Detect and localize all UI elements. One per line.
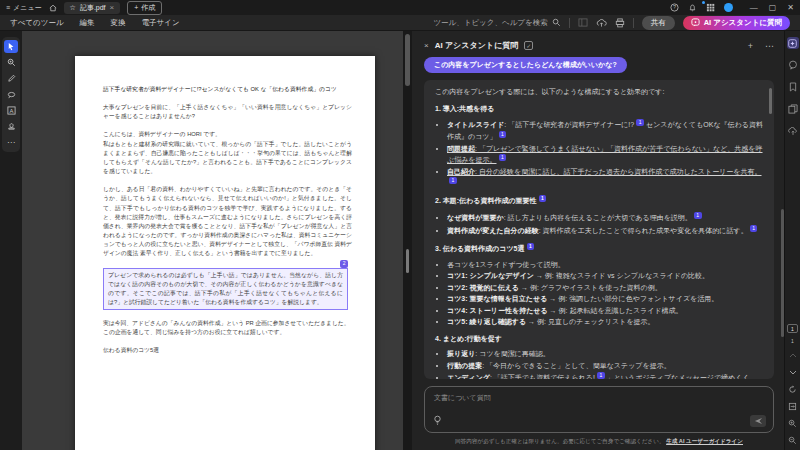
bookmarks-icon[interactable] (787, 81, 799, 93)
app-toolbar: すべてのツール編集変換電子サイン ツール、トピック、ヘルプを検索 共有 AI ア… (0, 15, 800, 31)
zoom-out-icon[interactable] (787, 434, 799, 446)
ai-guidelines-link[interactable]: 生成 AI ユーザーガイドライン (666, 438, 743, 444)
avatar[interactable] (724, 3, 733, 12)
home-icon[interactable] (49, 4, 57, 12)
select-tool[interactable] (4, 40, 18, 53)
search-icon (552, 18, 561, 27)
panel-resize-handle[interactable] (406, 249, 409, 273)
zoom-in-icon[interactable] (787, 417, 799, 429)
response-bullet: 各コツを1スライドずつ使って説明。 (447, 260, 763, 271)
next-page-icon[interactable] (787, 366, 799, 378)
svg-text:?: ? (673, 4, 676, 10)
annotation-badge[interactable]: 2 (340, 260, 348, 268)
toolbar-menu-item-0[interactable]: すべてのツール (10, 18, 64, 28)
star-icon[interactable]: ☆ (70, 4, 76, 12)
minimize-icon[interactable]: — (750, 3, 758, 12)
highlighted-paragraph[interactable]: プレゼンで求められるのは必ずしも「上手い話」ではありません。当然ながら、話し方で… (103, 268, 348, 311)
suggestions-bulb-icon[interactable] (433, 415, 442, 426)
response-bullet: 問題提起: 「プレゼンで緊張してうまく話せない」「資料作成が苦手で伝わらない」な… (447, 144, 763, 166)
response-scrollbar-thumb[interactable] (769, 88, 772, 114)
lasso-tool[interactable] (4, 88, 18, 101)
send-button[interactable] (750, 415, 766, 427)
share-button[interactable]: 共有 (642, 16, 675, 30)
citation-badge[interactable]: 1 (499, 154, 507, 161)
document-scrollbar-thumb[interactable] (405, 34, 410, 86)
add-text-tool[interactable]: A (4, 104, 18, 117)
panel-layout-icon[interactable] (578, 18, 588, 27)
plus-icon: + (134, 4, 138, 11)
left-tool-rail: A ⋯ (0, 31, 22, 450)
response-section-heading-1: 1. 導入:共感を得る (435, 104, 763, 115)
page-thumbnails-icon[interactable] (787, 103, 799, 115)
response-section-heading-2: 2. 本題:伝わる資料作成の重要性1 (435, 195, 763, 207)
response-bullet-list: 各コツを1スライドずつ使って説明。コツ1: シンプルなデザイン → 例: 複雑な… (435, 260, 763, 328)
beta-badge-icon: ✓ (524, 41, 533, 50)
document-title: 話下手な研究者が資料デザイナーに!?センスがなくても OK な「伝わる資料作成」… (103, 85, 352, 94)
menu-label: メニュー (13, 3, 42, 13)
page-number-field[interactable]: 1 (787, 324, 798, 333)
hamburger-icon: ≡ (6, 4, 10, 11)
panel-overflow-icon[interactable]: ⋯ (765, 41, 774, 51)
comments-icon[interactable] (787, 59, 799, 71)
divider (633, 18, 634, 28)
document-viewport[interactable]: 話下手な研究者が資料デザイナーに!?センスがなくても OK な「伝わる資料作成」… (22, 31, 412, 450)
pencil-annotate-tool[interactable] (4, 72, 18, 85)
ai-assistant-panel: × AI アシスタントに質問 ✓ + ⋯ この内容をプレゼンするとしたらどんな構… (412, 31, 784, 450)
ai-disclaimer: 回答内容が必ずしも正確とは限りません。必要に応じてご自身でご確認ください。 生成… (424, 438, 774, 446)
document-scrollbar[interactable] (403, 31, 412, 450)
toolbar-menu-item-3[interactable]: 電子サイン (142, 18, 180, 28)
citation-badge[interactable]: 1 (750, 225, 758, 232)
ai-assistant-button[interactable]: AI アシスタントに質問 (683, 16, 790, 30)
response-bullet: 振り返り: コツを簡潔に再確認。 (447, 349, 763, 360)
panel-scrollbar-thumb[interactable] (781, 209, 784, 337)
bell-icon[interactable] (688, 3, 697, 12)
citation-badge[interactable]: 1 (449, 177, 457, 184)
notification-dot (702, 1, 705, 4)
refresh-icon[interactable] (787, 383, 799, 395)
tab-close-icon[interactable]: × (110, 3, 115, 12)
menu-button[interactable]: ≡ メニュー (6, 3, 42, 13)
document-paragraph: しかし、ある日「君の資料、わかりやすくていいね」と先輩に言われたのです。そのとき… (103, 185, 352, 258)
citation-badge[interactable]: 1 (499, 131, 507, 138)
response-bullet: コツ3: 重要な情報を目立たせる → 例: 強調したい部分に色やフォントサイズを… (447, 294, 763, 305)
zoom-tool[interactable] (4, 56, 18, 69)
print-icon[interactable] (615, 18, 625, 28)
right-tool-rail: 1 1 (784, 31, 800, 450)
response-intro: この内容をプレゼンする際には、以下のような構成にすると効果的です: (435, 87, 763, 98)
citation-badge[interactable]: 1 (527, 243, 535, 250)
response-bullet: コツ4: ストーリー性を持たせる → 例: 起承転結を意識したスライド構成。 (447, 306, 763, 317)
apps-grid-icon[interactable] (706, 3, 715, 12)
close-panel-icon[interactable]: × (424, 41, 429, 50)
response-bullet-list: なぜ資料が重要か: 話し方よりも内容を伝えることが大切である理由を説明。1資料作… (435, 212, 763, 237)
citation-badge[interactable]: 1 (539, 195, 547, 202)
chat-input[interactable]: 文書について質問 (424, 386, 774, 433)
previous-page-icon[interactable] (787, 349, 799, 361)
assistant-response-card: この内容をプレゼンする際には、以下のような構成にすると効果的です: 1. 導入:… (424, 80, 774, 379)
response-bullet: コツ1: シンプルなデザイン → 例: 複雑なスライド vs シンプルなスライド… (447, 271, 763, 282)
upload-cloud-icon[interactable] (596, 18, 607, 28)
stamp-tool[interactable] (4, 120, 18, 133)
citation-badge[interactable]: 1 (636, 119, 644, 126)
response-bullet: タイトルスライド: 「話下手な研究者が資料デザイナーに!?1センスがなくてもOK… (447, 119, 763, 143)
fit-page-icon[interactable] (787, 400, 799, 412)
ai-assistant-rail-icon[interactable] (787, 37, 799, 49)
toolbar-menu-item-2[interactable]: 変換 (111, 18, 126, 28)
help-icon[interactable]: ? (670, 3, 679, 12)
ai-assistant-button-label: AI アシスタントに質問 (704, 18, 782, 28)
toolbar-menu-item-1[interactable]: 編集 (80, 18, 95, 28)
svg-text:A: A (9, 108, 13, 114)
citation-badge[interactable]: 1 (694, 212, 702, 219)
response-bullet-list: 振り返り: コツを簡潔に再確認。行動の提案: 「今日からできること」として、簡単… (435, 349, 763, 379)
window-titlebar: ≡ メニュー ☆ 記事.pdf × + 作成 ? — ▢ ✕ (0, 0, 800, 15)
search-input[interactable]: ツール、トピック、ヘルプを検索 (433, 18, 560, 28)
new-chat-icon[interactable]: + (748, 41, 753, 51)
response-section-heading-3: 3. 伝わる資料作成のコツ5選1 (435, 243, 763, 255)
maximize-icon[interactable]: ▢ (769, 3, 777, 12)
create-button[interactable]: + 作成 (127, 1, 162, 15)
close-window-icon[interactable]: ✕ (787, 3, 794, 12)
document-tab[interactable]: ☆ 記事.pdf × (64, 2, 121, 14)
more-tools[interactable]: ⋯ (4, 136, 18, 149)
response-bullet: なぜ資料が重要か: 話し方よりも内容を伝えることが大切である理由を説明。1 (447, 212, 763, 224)
citation-badge[interactable]: 1 (597, 372, 605, 379)
attachments-icon[interactable] (787, 125, 799, 137)
